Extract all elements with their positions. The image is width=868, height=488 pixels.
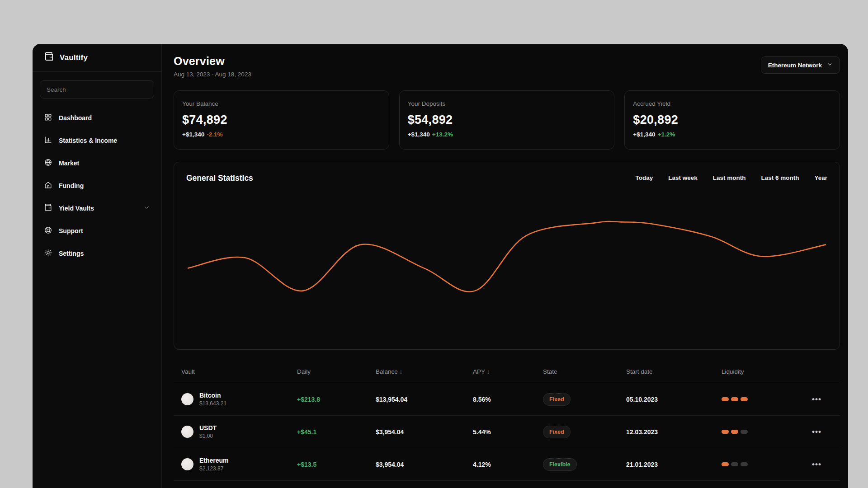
sidebar-item-label: Settings bbox=[59, 250, 84, 257]
menu-dots-icon: ••• bbox=[812, 460, 821, 469]
search-container bbox=[33, 72, 161, 103]
date-range: Aug 13, 2023 - Aug 18, 2023 bbox=[174, 71, 840, 78]
vault-row-usdt[interactable]: USDT$1.00+$45.1$3,954.045.44%Fixed12.03.… bbox=[174, 416, 840, 448]
vault-avatar bbox=[181, 393, 193, 405]
globe-icon bbox=[44, 158, 52, 168]
vault-avatar bbox=[181, 426, 193, 438]
sidebar-item-label: Market bbox=[59, 160, 79, 167]
vault-cell: Ethereum$2,123.87 bbox=[181, 457, 297, 472]
network-selector-label: Ethereum Network bbox=[768, 62, 822, 69]
stat-cards-row: Your Balance$74,892+$1,340-2.1%Your Depo… bbox=[174, 90, 840, 150]
card-change-amount: +$1,340 bbox=[408, 131, 430, 138]
page-title: Overview bbox=[174, 44, 840, 68]
daily-change: +$213.8 bbox=[297, 396, 376, 403]
wallet-icon bbox=[44, 203, 52, 213]
table-header-apy[interactable]: APY ↓ bbox=[473, 368, 543, 375]
vault-cell: Bitcoin$13,643.21 bbox=[181, 392, 297, 407]
sidebar-item-label: Statistics & Income bbox=[59, 137, 117, 144]
logo: Vaultify bbox=[33, 44, 161, 71]
sidebar-item-market[interactable]: Market bbox=[33, 152, 161, 174]
liquidity-pill bbox=[741, 430, 748, 434]
general-statistics-panel: General Statistics TodayLast weekLast mo… bbox=[174, 162, 840, 350]
state-cell: Fixed bbox=[543, 393, 626, 406]
card-change-percent: +13.2% bbox=[432, 131, 453, 138]
card-change-amount: +$1,340 bbox=[182, 131, 204, 138]
card-label: Your Balance bbox=[182, 100, 381, 107]
network-selector[interactable]: Ethereum Network bbox=[761, 56, 840, 74]
balance-value: $3,954.04 bbox=[376, 461, 473, 468]
sidebar-item-yield-vaults[interactable]: Yield Vaults bbox=[33, 197, 161, 220]
liquidity-pill bbox=[741, 462, 748, 466]
wallet-logo-icon bbox=[44, 52, 54, 64]
table-header-row: VaultDailyBalance ↓APY ↓StateStart dateL… bbox=[174, 361, 840, 383]
vault-name: USDT bbox=[199, 424, 217, 432]
sidebar-item-label: Dashboard bbox=[59, 114, 92, 122]
statistics-line bbox=[188, 221, 826, 292]
statistics-line-chart bbox=[174, 162, 840, 349]
sidebar-item-statistics-income[interactable]: Statistics & Income bbox=[33, 129, 161, 152]
vault-name: Ethereum bbox=[199, 457, 229, 464]
menu-dots-icon: ••• bbox=[812, 427, 821, 436]
liquidity-indicator bbox=[722, 430, 812, 434]
table-header-start-date: Start date bbox=[626, 368, 722, 375]
app-title: Vaultify bbox=[60, 53, 88, 62]
vault-price: $2,123.87 bbox=[199, 465, 229, 472]
liquidity-pill bbox=[722, 430, 729, 434]
row-menu-button[interactable]: ••• bbox=[812, 395, 826, 404]
table-header-daily: Daily bbox=[297, 368, 376, 375]
stat-card-accrued-yield: Accrued Yield$20,892+$1,340+1.2% bbox=[624, 90, 840, 150]
card-value: $20,892 bbox=[633, 113, 831, 127]
vault-avatar bbox=[181, 458, 193, 470]
stat-card-your-balance: Your Balance$74,892+$1,340-2.1% bbox=[174, 90, 389, 150]
card-change-percent: -2.1% bbox=[207, 131, 222, 138]
sidebar-item-label: Funding bbox=[59, 182, 84, 189]
table-header-vault: Vault bbox=[181, 368, 297, 375]
home-icon bbox=[44, 181, 52, 191]
apy-value: 5.44% bbox=[473, 428, 543, 436]
stat-card-your-deposits: Your Deposits$54,892+$1,340+13.2% bbox=[399, 90, 615, 150]
table-header-balance[interactable]: Balance ↓ bbox=[376, 368, 473, 375]
chevron-down-icon bbox=[143, 204, 150, 212]
state-cell: Flexible bbox=[543, 458, 626, 471]
app-window: Vaultify DashboardStatistics & IncomeMar… bbox=[33, 44, 848, 488]
row-menu-button[interactable]: ••• bbox=[812, 427, 826, 436]
state-badge: Fixed bbox=[543, 426, 571, 438]
sidebar-item-label: Support bbox=[59, 227, 83, 235]
vault-cell: USDT$1.00 bbox=[181, 424, 297, 439]
row-menu-button[interactable]: ••• bbox=[812, 460, 826, 469]
dashboard-icon bbox=[44, 113, 52, 123]
card-change-percent: +1.2% bbox=[658, 131, 675, 138]
balance-value: $3,954.04 bbox=[376, 428, 473, 436]
liquidity-pill bbox=[731, 462, 738, 466]
card-value: $54,892 bbox=[408, 113, 606, 127]
sidebar-item-support[interactable]: Support bbox=[33, 220, 161, 242]
liquidity-indicator bbox=[722, 397, 812, 401]
bar-chart-icon bbox=[44, 136, 52, 145]
liquidity-pill bbox=[731, 397, 738, 401]
vault-row-bitcoin[interactable]: Bitcoin$13,643.21+$213.8$13,954.048.56%F… bbox=[174, 383, 840, 416]
sidebar-item-dashboard[interactable]: Dashboard bbox=[33, 107, 161, 129]
chevron-down-icon bbox=[827, 61, 833, 69]
sidebar-item-funding[interactable]: Funding bbox=[33, 174, 161, 197]
sidebar-item-settings[interactable]: Settings bbox=[33, 242, 161, 265]
card-label: Accrued Yield bbox=[633, 100, 831, 107]
daily-change: +$45.1 bbox=[297, 428, 376, 436]
start-date: 05.10.2023 bbox=[626, 396, 722, 403]
liquidity-pill bbox=[722, 397, 729, 401]
gear-icon bbox=[44, 249, 52, 258]
state-badge: Flexible bbox=[543, 458, 577, 471]
sidebar-nav: DashboardStatistics & IncomeMarketFundin… bbox=[33, 103, 161, 268]
table-header-state: State bbox=[543, 368, 626, 375]
search-input[interactable] bbox=[40, 80, 154, 99]
menu-dots-icon: ••• bbox=[812, 395, 821, 404]
card-label: Your Deposits bbox=[408, 100, 606, 107]
daily-change: +$13.5 bbox=[297, 461, 376, 468]
vault-row-ethereum[interactable]: Ethereum$2,123.87+$13.5$3,954.044.12%Fle… bbox=[174, 448, 840, 481]
apy-value: 4.12% bbox=[473, 461, 543, 468]
vaults-table: VaultDailyBalance ↓APY ↓StateStart dateL… bbox=[174, 361, 840, 481]
apy-value: 8.56% bbox=[473, 396, 543, 403]
liquidity-pill bbox=[722, 462, 729, 466]
card-change: +$1,340+13.2% bbox=[408, 131, 606, 138]
life-buoy-icon bbox=[44, 226, 52, 236]
card-change: +$1,340+1.2% bbox=[633, 131, 831, 138]
